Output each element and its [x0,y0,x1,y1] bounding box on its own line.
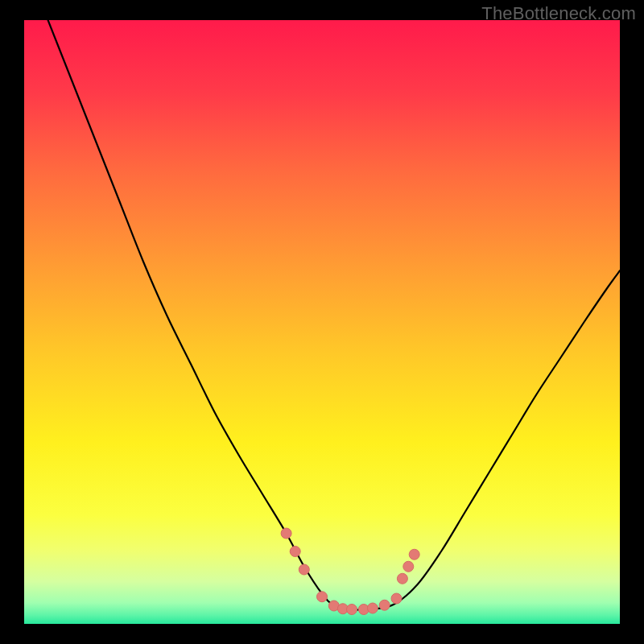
curve-marker [409,549,419,559]
curve-marker [299,564,309,575]
curve-marker [379,600,390,610]
bottleneck-curve-plot [24,20,620,624]
gradient-background [24,20,620,624]
curve-marker [367,603,378,613]
watermark-text: TheBottleneck.com [481,3,636,24]
curve-marker [290,547,300,557]
curve-marker [403,561,414,572]
curve-marker [347,605,357,615]
curve-marker [317,592,328,602]
chart-frame: TheBottleneck.com [0,0,644,644]
curve-marker [391,593,402,604]
plot-svg [24,20,620,624]
curve-marker [281,528,291,539]
curve-marker [397,573,407,584]
